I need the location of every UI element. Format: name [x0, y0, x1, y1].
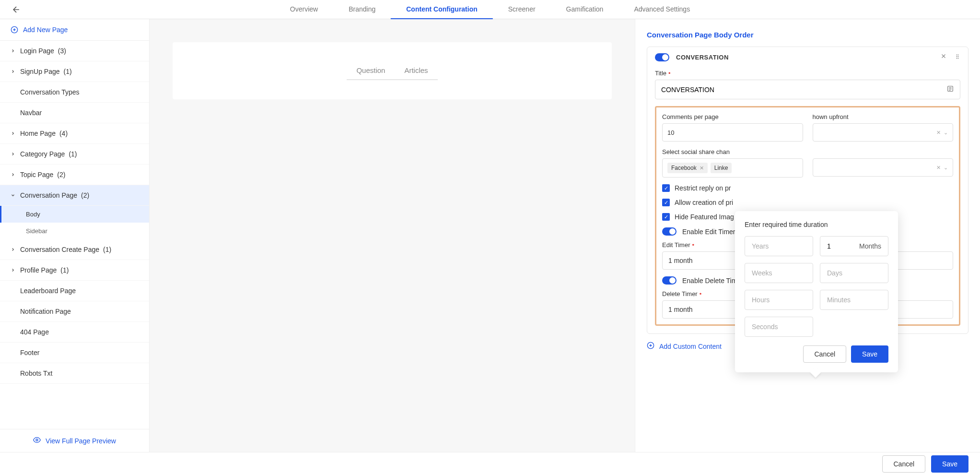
sidebar-item-404-page[interactable]: 404 Page	[0, 322, 149, 343]
title-input[interactable]	[655, 80, 960, 99]
chevron-down-icon[interactable]: ⌄	[944, 165, 948, 171]
months-input[interactable]: Months	[820, 236, 888, 256]
sidebar-item-footer[interactable]: Footer	[0, 343, 149, 363]
conversation-body: Title • Comments per page 10	[647, 68, 968, 333]
social-share-select[interactable]: Facebook✕ Linke	[662, 158, 803, 178]
chevron-down-icon[interactable]: ⌄	[944, 130, 948, 136]
svg-point-4	[957, 56, 957, 57]
tag-linkedin: Linke	[711, 163, 732, 173]
plus-circle-icon	[11, 26, 18, 34]
sidebar-item-signup-page[interactable]: SignUp Page(1)	[0, 61, 149, 82]
restrict-reply-row[interactable]: ✓Restrict reply on pr	[662, 184, 953, 192]
sidebar-item-login-page[interactable]: Login Page(3)	[0, 41, 149, 61]
sidebar-item-conversation-types[interactable]: Conversation Types	[0, 82, 149, 103]
social-share-label: Select social share chan	[662, 148, 803, 155]
checkbox-icon: ✓	[662, 199, 670, 206]
clear-icon[interactable]: ✕	[936, 130, 941, 136]
preview-tab-question[interactable]: Question	[347, 61, 395, 80]
tab-gamification[interactable]: Gamification	[551, 0, 619, 19]
minutes-input[interactable]: Minutes	[820, 290, 888, 310]
main-layout: Add New Page Login Page(3) SignUp Page(1…	[0, 19, 980, 452]
years-input[interactable]: Years	[745, 236, 813, 256]
add-new-page-button[interactable]: Add New Page	[0, 19, 149, 41]
upfront-select[interactable]: ✕⌄	[813, 123, 954, 142]
seconds-input[interactable]: Seconds	[745, 317, 813, 337]
content-area: Question Articles Conversation Page Body…	[150, 19, 980, 452]
svg-point-1	[36, 439, 38, 441]
tab-branding[interactable]: Branding	[333, 0, 391, 19]
delete-timer-toggle[interactable]	[662, 276, 677, 285]
chevron-right-icon	[11, 69, 16, 74]
chevron-right-icon	[11, 268, 16, 273]
comments-per-page-select[interactable]: 10	[662, 123, 803, 142]
preview-area: Question Articles	[150, 19, 635, 452]
header-actions	[940, 53, 960, 62]
drag-handle-icon[interactable]	[955, 53, 960, 62]
topbar: Overview Branding Content Configuration …	[0, 0, 980, 19]
upfront-label: hown upfront	[813, 113, 954, 120]
view-full-page-preview[interactable]: View Full Page Preview	[0, 429, 149, 452]
hours-input[interactable]: Hours	[745, 290, 813, 310]
allow-private-row[interactable]: ✓Allow creation of pri	[662, 199, 953, 206]
extra-label	[813, 148, 954, 155]
sidebar-item-conversation-page[interactable]: Conversation Page(2)	[0, 185, 149, 206]
sidebar-item-profile-page[interactable]: Profile Page(1)	[0, 260, 149, 281]
highlighted-settings: Comments per page 10 hown upfront ✕⌄	[655, 106, 960, 326]
conversation-block-label: CONVERSATION	[676, 54, 933, 61]
sidebar-item-home-page[interactable]: Home Page(4)	[0, 123, 149, 144]
sidebar-item-body[interactable]: Body	[0, 206, 149, 223]
tab-content-configuration[interactable]: Content Configuration	[391, 0, 493, 19]
chevron-right-icon	[11, 172, 16, 177]
top-tabs: Overview Branding Content Configuration …	[275, 0, 705, 19]
tag-remove-icon[interactable]: ✕	[700, 165, 704, 171]
back-button[interactable]	[12, 5, 21, 14]
svg-point-7	[958, 58, 959, 59]
config-panel: Conversation Page Body Order CONVERSATIO…	[635, 19, 980, 452]
close-icon[interactable]	[940, 53, 947, 62]
popover-title: Enter required time duration	[745, 221, 888, 228]
conversation-block: CONVERSATION Title •	[647, 47, 968, 334]
chevron-right-icon	[11, 131, 16, 136]
sidebar-item-topic-page[interactable]: Topic Page(2)	[0, 165, 149, 185]
conversation-header: CONVERSATION	[647, 47, 968, 68]
extra-select[interactable]: ✕⌄	[813, 158, 954, 177]
days-input[interactable]: Days	[820, 263, 888, 283]
chevron-right-icon	[11, 152, 16, 156]
title-input-field[interactable]	[661, 86, 946, 94]
add-new-page-label: Add New Page	[23, 26, 68, 34]
sidebar-item-leaderboard-page[interactable]: Leaderboard Page	[0, 281, 149, 301]
preview-card: Question Articles	[173, 42, 612, 99]
sidebar-item-robots-txt[interactable]: Robots Txt	[0, 363, 149, 384]
tab-overview[interactable]: Overview	[275, 0, 333, 19]
clear-icon[interactable]: ✕	[936, 165, 941, 171]
chevron-right-icon	[11, 247, 16, 252]
svg-point-3	[958, 55, 959, 56]
sidebar-item-sidebar[interactable]: Sidebar	[0, 223, 149, 239]
sidebar-item-navbar[interactable]: Navbar	[0, 103, 149, 123]
popover-save-button[interactable]: Save	[851, 345, 888, 363]
sidebar-item-conversation-create-page[interactable]: Conversation Create Page(1)	[0, 239, 149, 260]
title-field-label: Title •	[655, 70, 960, 77]
tab-advanced-settings[interactable]: Advanced Settings	[618, 0, 705, 19]
comments-per-page-label: Comments per page	[662, 113, 803, 120]
weeks-input[interactable]: Weeks	[745, 263, 813, 283]
footer: Cancel Save	[0, 452, 980, 475]
footer-save-button[interactable]: Save	[931, 455, 968, 473]
form-icon[interactable]	[946, 85, 954, 94]
plus-circle-icon	[647, 342, 654, 351]
popover-cancel-button[interactable]: Cancel	[803, 345, 846, 363]
footer-cancel-button[interactable]: Cancel	[882, 455, 925, 473]
chevron-down-icon	[11, 193, 16, 198]
svg-point-5	[958, 56, 959, 57]
svg-point-2	[957, 55, 957, 56]
preview-tabs: Question Articles	[173, 61, 612, 80]
sidebar-item-category-page[interactable]: Category Page(1)	[0, 144, 149, 165]
panel-title: Conversation Page Body Order	[647, 31, 968, 39]
sidebar-item-notification-page[interactable]: Notification Page	[0, 301, 149, 322]
edit-timer-toggle[interactable]	[662, 227, 677, 236]
preview-tab-articles[interactable]: Articles	[395, 61, 437, 80]
tab-screener[interactable]: Screener	[493, 0, 551, 19]
duration-popover: Enter required time duration Years Month…	[735, 211, 898, 372]
nav-list: Login Page(3) SignUp Page(1) Conversatio…	[0, 41, 149, 429]
conversation-toggle[interactable]	[655, 53, 669, 61]
